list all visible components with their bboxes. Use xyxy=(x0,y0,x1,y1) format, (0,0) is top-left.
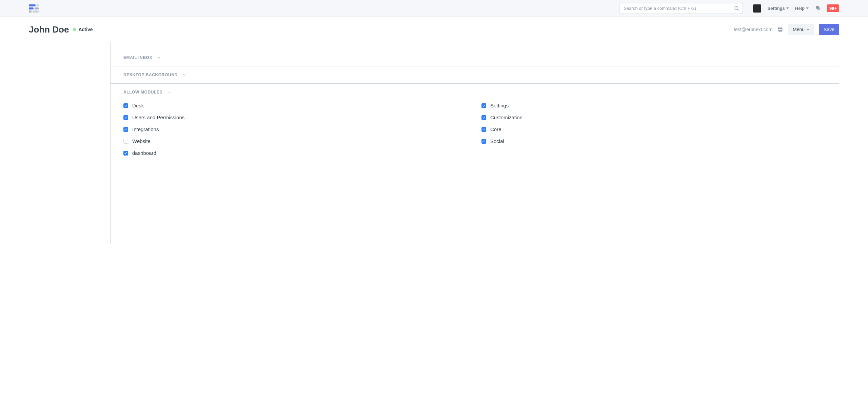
page-title: John Doe xyxy=(29,24,69,35)
form-main: Email Inbox Desktop Background Allow Mod… xyxy=(110,42,839,244)
module-checkbox-settings[interactable]: Settings xyxy=(481,103,826,108)
module-label: Website xyxy=(132,138,151,144)
status-badge: Active xyxy=(73,27,93,32)
module-checkbox-social[interactable]: Social xyxy=(481,138,826,144)
avatar[interactable] xyxy=(753,4,761,13)
section-email-inbox: Email Inbox xyxy=(111,49,839,66)
form-area: Email Inbox Desktop Background Allow Mod… xyxy=(0,42,868,244)
status-label: Active xyxy=(78,27,93,32)
allow-modules-col-right: Settings Customization Core Social xyxy=(481,103,826,156)
module-checkbox-core[interactable]: Core xyxy=(481,126,826,132)
menu-button[interactable]: Menu xyxy=(788,24,814,35)
section-head-email-inbox[interactable]: Email Inbox xyxy=(123,55,826,60)
search-input[interactable] xyxy=(619,3,743,14)
chevron-down-icon xyxy=(806,7,809,9)
module-label: Settings xyxy=(490,103,509,108)
print-icon[interactable] xyxy=(777,26,783,33)
form-sidebar xyxy=(29,42,110,244)
notifications-badge[interactable]: 99+ xyxy=(827,4,839,12)
settings-menu[interactable]: Settings xyxy=(767,6,789,11)
search-wrapper xyxy=(619,3,743,14)
chevron-down-icon xyxy=(157,56,161,60)
section-head-desktop-background[interactable]: Desktop Background xyxy=(123,73,826,77)
module-label: Social xyxy=(490,138,504,144)
svg-rect-4 xyxy=(779,30,782,32)
section-desktop-background: Desktop Background xyxy=(111,66,839,84)
status-dot-icon xyxy=(73,28,76,31)
save-button[interactable]: Save xyxy=(819,24,839,35)
chevron-up-icon xyxy=(167,90,171,94)
chevron-down-icon xyxy=(182,73,186,77)
chat-icon[interactable] xyxy=(815,5,821,12)
app-logo[interactable] xyxy=(29,4,39,13)
checkbox-icon xyxy=(123,139,128,144)
user-email: test@erpnext.com xyxy=(734,27,772,32)
chevron-down-icon xyxy=(786,7,789,9)
module-checkbox-customization[interactable]: Customization xyxy=(481,115,826,120)
allow-modules-body: Desk Users and Permissions Integrations … xyxy=(123,103,826,156)
checkbox-icon xyxy=(123,103,128,108)
menu-button-label: Menu xyxy=(793,27,805,32)
page-actions: test@erpnext.com Menu Save xyxy=(734,24,839,35)
section-title: Desktop Background xyxy=(123,73,178,77)
chevron-down-icon xyxy=(807,29,809,30)
checkbox-icon xyxy=(481,115,486,120)
module-checkbox-dashboard[interactable]: dashboard xyxy=(123,150,468,156)
checkbox-icon xyxy=(481,127,486,132)
search-icon xyxy=(734,6,739,11)
module-checkbox-users-permissions[interactable]: Users and Permissions xyxy=(123,115,468,120)
page-header: John Doe Active test@erpnext.com Menu Sa… xyxy=(0,17,868,42)
svg-line-1 xyxy=(737,9,739,11)
module-label: Customization xyxy=(490,115,522,120)
module-label: Users and Permissions xyxy=(132,115,184,120)
checkbox-icon xyxy=(123,127,128,132)
svg-point-0 xyxy=(735,6,738,9)
settings-label: Settings xyxy=(767,6,785,11)
section-top-remainder xyxy=(111,42,839,49)
navbar: Settings Help 99+ xyxy=(0,0,868,17)
module-checkbox-desk[interactable]: Desk xyxy=(123,103,468,108)
section-title: Allow Modules xyxy=(123,90,162,95)
section-title: Email Inbox xyxy=(123,55,152,60)
module-label: Core xyxy=(490,126,501,132)
checkbox-icon xyxy=(123,151,128,156)
section-head-allow-modules[interactable]: Allow Modules xyxy=(123,90,826,95)
section-allow-modules: Allow Modules Desk Users and Permissions xyxy=(111,84,839,244)
help-label: Help xyxy=(795,6,805,11)
checkbox-icon xyxy=(481,139,486,144)
allow-modules-col-left: Desk Users and Permissions Integrations … xyxy=(123,103,468,156)
module-label: Desk xyxy=(132,103,144,108)
module-checkbox-website[interactable]: Website xyxy=(123,138,468,144)
module-label: dashboard xyxy=(132,150,156,156)
checkbox-icon xyxy=(123,115,128,120)
navbar-right: Settings Help 99+ xyxy=(753,4,839,13)
module-checkbox-integrations[interactable]: Integrations xyxy=(123,126,468,132)
checkbox-icon xyxy=(481,103,486,108)
module-label: Integrations xyxy=(132,126,159,132)
help-menu[interactable]: Help xyxy=(795,6,809,11)
